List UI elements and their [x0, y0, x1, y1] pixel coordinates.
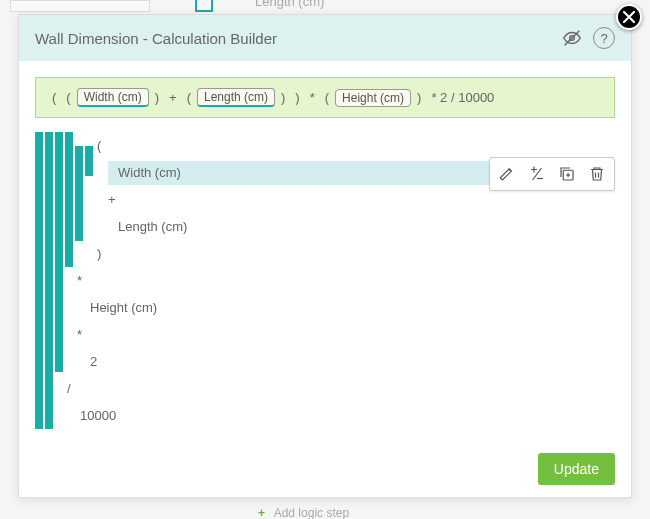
- tree-row[interactable]: Height (cm): [35, 294, 615, 321]
- tree-value: Width (cm): [118, 165, 181, 180]
- op-plus: +: [165, 90, 181, 105]
- op-rparen: ): [277, 90, 289, 105]
- tree-row[interactable]: *: [35, 321, 615, 348]
- op-rparen: ): [151, 90, 163, 105]
- op-star: *: [306, 90, 319, 105]
- param-chip-length[interactable]: Length (cm): [197, 88, 275, 107]
- modal-title: Wall Dimension - Calculation Builder: [35, 30, 551, 47]
- trash-icon[interactable]: [586, 163, 608, 185]
- nesting-bars: [35, 132, 93, 429]
- visibility-off-icon[interactable]: [561, 27, 583, 49]
- row-toolbar: [489, 157, 615, 191]
- tree-row[interactable]: (: [35, 132, 615, 159]
- close-button[interactable]: [616, 4, 642, 30]
- op-lparen: (: [48, 90, 60, 105]
- formula-bar[interactable]: ( ( Width (cm) ) + ( Length (cm) ) ) * (…: [35, 77, 615, 118]
- expression-tree: ( Width (cm): [35, 132, 615, 429]
- tree-row[interactable]: 2: [35, 348, 615, 375]
- tree-row[interactable]: ): [35, 240, 615, 267]
- tree-row[interactable]: /: [35, 375, 615, 402]
- op-lparen: (: [62, 90, 74, 105]
- modal-header: Wall Dimension - Calculation Builder ?: [19, 15, 631, 61]
- help-icon[interactable]: ?: [593, 27, 615, 49]
- plus-minus-icon[interactable]: [526, 163, 548, 185]
- tree-row[interactable]: Length (cm): [35, 213, 615, 240]
- copy-add-icon[interactable]: [556, 163, 578, 185]
- param-chip-height[interactable]: Height (cm): [335, 89, 411, 107]
- bg-add-logic-step: + Add logic step: [258, 506, 349, 519]
- tree-row[interactable]: *: [35, 267, 615, 294]
- update-button[interactable]: Update: [538, 453, 615, 485]
- op-rparen: ): [291, 90, 303, 105]
- edit-icon[interactable]: [496, 163, 518, 185]
- formula-trail: * 2 / 10000: [427, 90, 498, 105]
- param-chip-width[interactable]: Width (cm): [77, 88, 149, 107]
- op-lparen: (: [183, 90, 195, 105]
- tree-row[interactable]: 10000: [35, 402, 615, 429]
- plus-icon: +: [258, 506, 265, 519]
- tree-row-selected[interactable]: Width (cm): [35, 159, 615, 186]
- modal-body: ( ( Width (cm) ) + ( Length (cm) ) ) * (…: [19, 61, 631, 497]
- op-rparen: ): [413, 90, 425, 105]
- op-lparen: (: [321, 90, 333, 105]
- bg-field-label: Length (cm): [255, 0, 324, 9]
- calculation-builder-modal: Wall Dimension - Calculation Builder ? (…: [18, 14, 632, 498]
